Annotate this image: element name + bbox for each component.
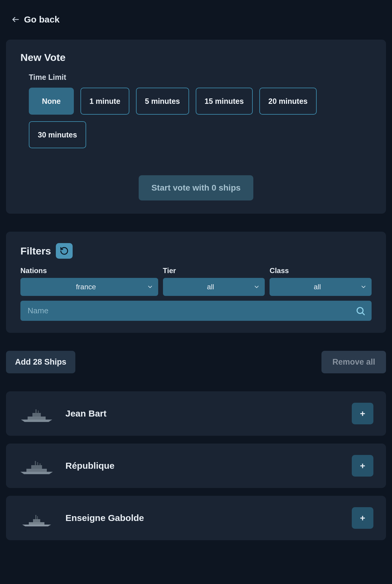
nations-label: Nations <box>20 266 158 275</box>
time-limit-label: Time Limit <box>29 73 372 82</box>
ship-name: République <box>65 461 341 471</box>
search-wrap <box>20 301 372 321</box>
class-filter: Class all <box>270 266 372 296</box>
nations-select[interactable]: france <box>20 278 158 296</box>
bulk-actions: Add 28 Ships Remove all <box>6 351 386 373</box>
add-ship-button[interactable]: + <box>352 507 373 529</box>
svg-rect-3 <box>28 417 46 420</box>
arrow-left-icon <box>11 15 20 24</box>
ship-icon <box>19 509 55 527</box>
reset-icon <box>60 246 69 255</box>
ship-icon <box>19 457 55 475</box>
search-icon <box>355 306 366 316</box>
time-option-15min[interactable]: 15 minutes <box>196 88 253 115</box>
remove-all-button[interactable]: Remove all <box>321 351 386 373</box>
ship-card: République + <box>6 444 386 488</box>
filters-title: Filters <box>20 245 51 257</box>
ship-name: Jean Bart <box>65 408 341 419</box>
svg-line-2 <box>362 312 364 315</box>
reset-filters-button[interactable] <box>56 243 73 259</box>
svg-rect-6 <box>38 411 39 413</box>
nations-filter: Nations france <box>20 266 158 296</box>
start-vote-button[interactable]: Start vote with 0 ships <box>139 175 253 200</box>
ship-card: Enseigne Gabolde + <box>6 496 386 540</box>
new-vote-panel: New Vote Time Limit None 1 minute 5 minu… <box>6 40 386 214</box>
svg-rect-15 <box>37 516 38 519</box>
time-option-none[interactable]: None <box>29 88 74 115</box>
add-all-button[interactable]: Add 28 Ships <box>6 351 75 373</box>
ship-name: Enseigne Gabolde <box>65 513 341 523</box>
tier-filter: Tier all <box>163 266 265 296</box>
add-ship-button[interactable]: + <box>352 455 373 477</box>
svg-rect-8 <box>31 465 42 469</box>
go-back-label: Go back <box>24 14 59 25</box>
filters-panel: Filters Nations france Tier all Class al… <box>6 232 386 333</box>
svg-rect-13 <box>33 519 40 522</box>
class-select[interactable]: all <box>270 278 372 296</box>
svg-rect-4 <box>32 413 41 417</box>
tier-select[interactable]: all <box>163 278 265 296</box>
class-label: Class <box>270 266 372 275</box>
tier-label: Tier <box>163 266 265 275</box>
svg-rect-7 <box>26 469 47 472</box>
ship-card: Jean Bart + <box>6 391 386 436</box>
time-option-30min[interactable]: 30 minutes <box>29 121 86 148</box>
svg-rect-5 <box>35 409 37 413</box>
name-search-input[interactable] <box>20 301 372 321</box>
go-back-button[interactable]: Go back <box>6 6 386 40</box>
svg-rect-11 <box>40 463 41 465</box>
new-vote-title: New Vote <box>20 52 372 63</box>
svg-rect-14 <box>35 515 36 519</box>
time-option-1min[interactable]: 1 minute <box>80 88 129 115</box>
svg-rect-12 <box>29 522 44 525</box>
add-ship-button[interactable]: + <box>352 403 373 424</box>
time-limit-options: None 1 minute 5 minutes 15 minutes 20 mi… <box>29 88 372 148</box>
time-option-20min[interactable]: 20 minutes <box>259 88 317 115</box>
time-option-5min[interactable]: 5 minutes <box>136 88 189 115</box>
svg-rect-10 <box>37 462 38 465</box>
svg-rect-9 <box>35 461 36 465</box>
ship-icon <box>19 405 55 423</box>
